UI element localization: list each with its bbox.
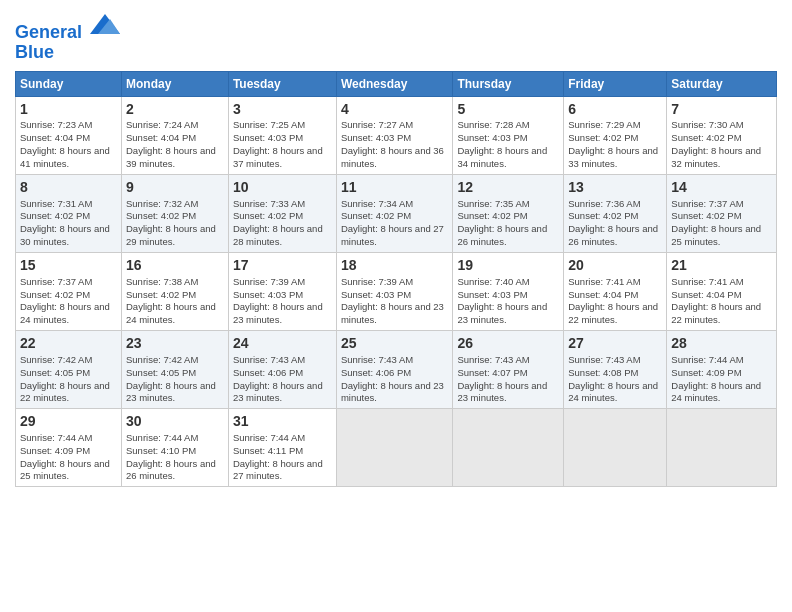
day-info: Sunrise: 7:37 AMSunset: 4:02 PMDaylight:… (671, 198, 761, 247)
calendar-cell: 11Sunrise: 7:34 AMSunset: 4:02 PMDayligh… (336, 174, 452, 252)
day-number: 2 (126, 100, 224, 119)
day-info: Sunrise: 7:43 AMSunset: 4:07 PMDaylight:… (457, 354, 547, 403)
calendar-cell: 13Sunrise: 7:36 AMSunset: 4:02 PMDayligh… (564, 174, 667, 252)
header-thursday: Thursday (453, 71, 564, 96)
calendar-cell (564, 409, 667, 487)
day-info: Sunrise: 7:43 AMSunset: 4:06 PMDaylight:… (341, 354, 444, 403)
calendar-cell: 14Sunrise: 7:37 AMSunset: 4:02 PMDayligh… (667, 174, 777, 252)
calendar-cell: 15Sunrise: 7:37 AMSunset: 4:02 PMDayligh… (16, 252, 122, 330)
day-info: Sunrise: 7:28 AMSunset: 4:03 PMDaylight:… (457, 119, 547, 168)
calendar-cell: 4Sunrise: 7:27 AMSunset: 4:03 PMDaylight… (336, 96, 452, 174)
day-number: 24 (233, 334, 332, 353)
day-info: Sunrise: 7:40 AMSunset: 4:03 PMDaylight:… (457, 276, 547, 325)
calendar-cell: 24Sunrise: 7:43 AMSunset: 4:06 PMDayligh… (228, 331, 336, 409)
day-number: 28 (671, 334, 772, 353)
day-number: 18 (341, 256, 448, 275)
logo-blue: Blue (15, 43, 120, 63)
day-number: 30 (126, 412, 224, 431)
day-info: Sunrise: 7:37 AMSunset: 4:02 PMDaylight:… (20, 276, 110, 325)
calendar-cell (453, 409, 564, 487)
main-container: General Blue SundayMondayTuesdayWednesda… (0, 0, 792, 492)
calendar-cell: 5Sunrise: 7:28 AMSunset: 4:03 PMDaylight… (453, 96, 564, 174)
day-number: 8 (20, 178, 117, 197)
day-info: Sunrise: 7:32 AMSunset: 4:02 PMDaylight:… (126, 198, 216, 247)
day-number: 26 (457, 334, 559, 353)
day-info: Sunrise: 7:44 AMSunset: 4:09 PMDaylight:… (671, 354, 761, 403)
calendar-cell: 9Sunrise: 7:32 AMSunset: 4:02 PMDaylight… (122, 174, 229, 252)
day-number: 27 (568, 334, 662, 353)
day-info: Sunrise: 7:42 AMSunset: 4:05 PMDaylight:… (20, 354, 110, 403)
week-row-2: 8Sunrise: 7:31 AMSunset: 4:02 PMDaylight… (16, 174, 777, 252)
calendar-cell: 29Sunrise: 7:44 AMSunset: 4:09 PMDayligh… (16, 409, 122, 487)
calendar-cell: 8Sunrise: 7:31 AMSunset: 4:02 PMDaylight… (16, 174, 122, 252)
day-number: 14 (671, 178, 772, 197)
calendar-cell: 31Sunrise: 7:44 AMSunset: 4:11 PMDayligh… (228, 409, 336, 487)
day-number: 17 (233, 256, 332, 275)
day-number: 19 (457, 256, 559, 275)
day-number: 10 (233, 178, 332, 197)
logo-general: General (15, 22, 82, 42)
week-row-5: 29Sunrise: 7:44 AMSunset: 4:09 PMDayligh… (16, 409, 777, 487)
day-number: 31 (233, 412, 332, 431)
calendar-cell: 20Sunrise: 7:41 AMSunset: 4:04 PMDayligh… (564, 252, 667, 330)
logo: General Blue (15, 14, 120, 63)
calendar-cell: 1Sunrise: 7:23 AMSunset: 4:04 PMDaylight… (16, 96, 122, 174)
calendar-cell: 23Sunrise: 7:42 AMSunset: 4:05 PMDayligh… (122, 331, 229, 409)
calendar-cell: 12Sunrise: 7:35 AMSunset: 4:02 PMDayligh… (453, 174, 564, 252)
calendar-cell: 25Sunrise: 7:43 AMSunset: 4:06 PMDayligh… (336, 331, 452, 409)
day-number: 29 (20, 412, 117, 431)
header-tuesday: Tuesday (228, 71, 336, 96)
header-section: General Blue (15, 10, 777, 63)
calendar-cell: 18Sunrise: 7:39 AMSunset: 4:03 PMDayligh… (336, 252, 452, 330)
day-number: 6 (568, 100, 662, 119)
day-number: 7 (671, 100, 772, 119)
day-number: 15 (20, 256, 117, 275)
header-monday: Monday (122, 71, 229, 96)
day-info: Sunrise: 7:38 AMSunset: 4:02 PMDaylight:… (126, 276, 216, 325)
day-info: Sunrise: 7:43 AMSunset: 4:08 PMDaylight:… (568, 354, 658, 403)
day-info: Sunrise: 7:31 AMSunset: 4:02 PMDaylight:… (20, 198, 110, 247)
day-info: Sunrise: 7:34 AMSunset: 4:02 PMDaylight:… (341, 198, 444, 247)
day-info: Sunrise: 7:27 AMSunset: 4:03 PMDaylight:… (341, 119, 444, 168)
day-number: 1 (20, 100, 117, 119)
calendar-cell: 21Sunrise: 7:41 AMSunset: 4:04 PMDayligh… (667, 252, 777, 330)
calendar-cell: 27Sunrise: 7:43 AMSunset: 4:08 PMDayligh… (564, 331, 667, 409)
day-number: 12 (457, 178, 559, 197)
day-info: Sunrise: 7:25 AMSunset: 4:03 PMDaylight:… (233, 119, 323, 168)
calendar-cell: 16Sunrise: 7:38 AMSunset: 4:02 PMDayligh… (122, 252, 229, 330)
header-saturday: Saturday (667, 71, 777, 96)
day-number: 9 (126, 178, 224, 197)
calendar-cell: 10Sunrise: 7:33 AMSunset: 4:02 PMDayligh… (228, 174, 336, 252)
calendar-table: SundayMondayTuesdayWednesdayThursdayFrid… (15, 71, 777, 488)
calendar-cell: 28Sunrise: 7:44 AMSunset: 4:09 PMDayligh… (667, 331, 777, 409)
day-info: Sunrise: 7:24 AMSunset: 4:04 PMDaylight:… (126, 119, 216, 168)
calendar-cell: 26Sunrise: 7:43 AMSunset: 4:07 PMDayligh… (453, 331, 564, 409)
calendar-cell: 6Sunrise: 7:29 AMSunset: 4:02 PMDaylight… (564, 96, 667, 174)
day-info: Sunrise: 7:42 AMSunset: 4:05 PMDaylight:… (126, 354, 216, 403)
calendar-cell (667, 409, 777, 487)
day-info: Sunrise: 7:33 AMSunset: 4:02 PMDaylight:… (233, 198, 323, 247)
calendar-cell: 19Sunrise: 7:40 AMSunset: 4:03 PMDayligh… (453, 252, 564, 330)
header-wednesday: Wednesday (336, 71, 452, 96)
header-sunday: Sunday (16, 71, 122, 96)
week-row-1: 1Sunrise: 7:23 AMSunset: 4:04 PMDaylight… (16, 96, 777, 174)
day-info: Sunrise: 7:35 AMSunset: 4:02 PMDaylight:… (457, 198, 547, 247)
day-number: 5 (457, 100, 559, 119)
day-number: 11 (341, 178, 448, 197)
day-info: Sunrise: 7:41 AMSunset: 4:04 PMDaylight:… (671, 276, 761, 325)
header-row: SundayMondayTuesdayWednesdayThursdayFrid… (16, 71, 777, 96)
logo-icon (90, 12, 120, 36)
day-info: Sunrise: 7:44 AMSunset: 4:09 PMDaylight:… (20, 432, 110, 481)
day-number: 4 (341, 100, 448, 119)
day-number: 21 (671, 256, 772, 275)
calendar-cell: 7Sunrise: 7:30 AMSunset: 4:02 PMDaylight… (667, 96, 777, 174)
calendar-cell: 22Sunrise: 7:42 AMSunset: 4:05 PMDayligh… (16, 331, 122, 409)
day-info: Sunrise: 7:23 AMSunset: 4:04 PMDaylight:… (20, 119, 110, 168)
week-row-3: 15Sunrise: 7:37 AMSunset: 4:02 PMDayligh… (16, 252, 777, 330)
day-info: Sunrise: 7:30 AMSunset: 4:02 PMDaylight:… (671, 119, 761, 168)
calendar-cell: 3Sunrise: 7:25 AMSunset: 4:03 PMDaylight… (228, 96, 336, 174)
day-info: Sunrise: 7:29 AMSunset: 4:02 PMDaylight:… (568, 119, 658, 168)
day-info: Sunrise: 7:39 AMSunset: 4:03 PMDaylight:… (341, 276, 444, 325)
day-number: 23 (126, 334, 224, 353)
day-number: 16 (126, 256, 224, 275)
